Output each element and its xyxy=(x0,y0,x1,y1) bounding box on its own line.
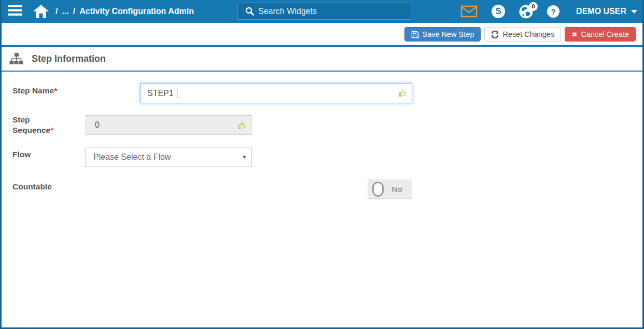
reset-changes-button[interactable]: Reset Changes xyxy=(484,27,561,42)
countable-label-text: Countable xyxy=(12,182,52,191)
breadcrumb-separator: / xyxy=(55,7,58,16)
flow-select[interactable]: Please Select a Flow xyxy=(86,147,251,167)
notification-badge: 0 xyxy=(529,2,538,11)
x-icon: ✖ xyxy=(571,31,577,38)
search-widgets-box[interactable] xyxy=(237,3,411,20)
step-sequence-field-wrap xyxy=(86,115,251,135)
step-form: Step Name* Step Sequence* Flow xyxy=(2,72,642,299)
app-window: / ... / Activity Configuration Admin S xyxy=(0,0,644,329)
breadcrumb: / ... / Activity Configuration Admin xyxy=(55,0,194,23)
save-new-step-button[interactable]: Save New Step xyxy=(404,27,481,42)
cancel-create-button[interactable]: ✖ Cancel Create xyxy=(565,27,636,42)
chevron-down-icon xyxy=(631,10,637,13)
text-cursor xyxy=(177,88,177,98)
toggle-state-label: No xyxy=(391,185,402,194)
reset-button-label: Reset Changes xyxy=(502,30,554,38)
flow-field-wrap: Please Select a Flow ▾ xyxy=(86,147,251,167)
countable-label: Countable xyxy=(12,182,74,192)
countable-toggle[interactable]: No xyxy=(368,180,412,199)
refresh-icon xyxy=(491,31,499,38)
floppy-disk-icon xyxy=(411,31,419,38)
breadcrumb-collapsed[interactable]: ... xyxy=(62,7,68,16)
search-icon xyxy=(245,7,254,16)
step-name-label: Step Name* xyxy=(12,86,74,96)
sitemap-icon xyxy=(9,53,23,65)
step-sequence-label-text: Step Sequence xyxy=(12,115,50,134)
breadcrumb-separator: / xyxy=(73,7,75,16)
flow-label-text: Flow xyxy=(12,150,31,159)
step-name-label-text: Step Name xyxy=(12,86,54,95)
step-name-input[interactable] xyxy=(140,83,412,103)
mail-icon[interactable] xyxy=(460,5,478,18)
help-icon[interactable]: ? xyxy=(547,5,559,18)
thumbs-up-icon xyxy=(398,88,408,98)
step-information-header: Step Information xyxy=(2,47,642,72)
toolbar-button-group: Save New Step Reset Changes ✖ Cancel Cre… xyxy=(404,27,636,42)
cancel-button-label: Cancel Create xyxy=(581,30,629,38)
user-menu[interactable]: DEMO USER xyxy=(576,7,637,16)
step-name-field-wrap xyxy=(140,83,412,103)
step-sequence-label: Step Sequence* xyxy=(12,115,67,135)
home-icon[interactable] xyxy=(33,4,49,19)
required-marker: * xyxy=(50,126,53,134)
required-marker: * xyxy=(54,86,57,95)
top-header-bar: / ... / Activity Configuration Admin S xyxy=(2,0,642,23)
globe-notifications-icon[interactable]: 0 xyxy=(519,5,533,19)
action-toolbar: Save New Step Reset Changes ✖ Cancel Cre… xyxy=(2,23,642,45)
help-glyph: ? xyxy=(547,5,559,18)
toggle-knob xyxy=(372,182,384,197)
thumbs-up-icon xyxy=(237,120,247,130)
skype-icon[interactable]: S xyxy=(492,5,505,18)
section-title: Step Information xyxy=(32,53,106,64)
menu-icon[interactable] xyxy=(8,5,22,18)
save-button-label: Save New Step xyxy=(423,30,474,38)
breadcrumb-page-title: Activity Configuration Admin xyxy=(79,7,194,16)
skype-glyph: S xyxy=(492,5,505,18)
step-sequence-input xyxy=(86,115,251,135)
user-name: DEMO USER xyxy=(576,7,626,16)
search-input[interactable] xyxy=(258,7,407,16)
flow-label: Flow xyxy=(12,149,74,160)
header-icon-group: S 0 ? DEMO USER xyxy=(446,0,637,23)
